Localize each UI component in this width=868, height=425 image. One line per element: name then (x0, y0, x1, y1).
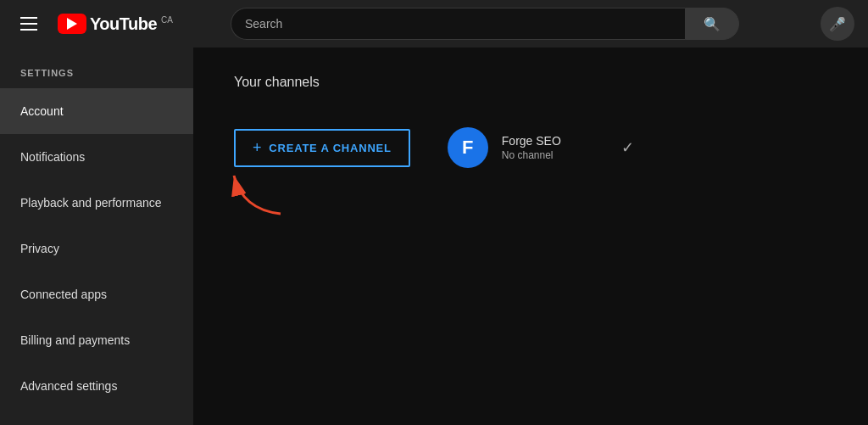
search-area: 🔍 (231, 8, 739, 40)
sidebar-item-connected-apps[interactable]: Connected apps (0, 271, 193, 317)
create-channel-label: CREATE A CHANNEL (269, 142, 391, 154)
channel-avatar: F (448, 127, 488, 168)
channel-info: Forge SEO No channel (502, 134, 587, 161)
country-code: CA (161, 15, 173, 25)
header-right: 🎤 (821, 7, 854, 41)
youtube-wordmark: YouTube (90, 15, 157, 32)
sidebar-item-privacy[interactable]: Privacy (0, 226, 193, 271)
logo[interactable]: YouTube CA (58, 14, 173, 34)
create-channel-wrapper: + CREATE A CHANNEL (234, 129, 410, 167)
sidebar-nav: AccountNotificationsPlayback and perform… (0, 88, 193, 409)
channels-row: + CREATE A CHANNEL F Forge SEO (234, 117, 827, 178)
sidebar-item-notifications[interactable]: Notifications (0, 134, 193, 180)
sidebar-item-advanced[interactable]: Advanced settings (0, 363, 193, 409)
channel-card[interactable]: F Forge SEO No channel ✓ (431, 117, 651, 178)
arrow-annotation (225, 159, 293, 218)
channel-name: Forge SEO (502, 134, 587, 148)
youtube-icon (58, 14, 86, 34)
menu-button[interactable] (14, 10, 44, 37)
sidebar-item-account[interactable]: Account (0, 88, 193, 134)
settings-label: SETTINGS (0, 61, 193, 88)
sidebar-item-billing[interactable]: Billing and payments (0, 317, 193, 363)
page-title: Your channels (234, 75, 827, 90)
check-icon: ✓ (621, 138, 634, 157)
sidebar: SETTINGS AccountNotificationsPlayback an… (0, 48, 193, 425)
channel-subtitle: No channel (502, 149, 587, 161)
search-icon: 🔍 (704, 16, 721, 32)
header-left: YouTube CA (14, 10, 183, 37)
main-layout: SETTINGS AccountNotificationsPlayback an… (0, 48, 868, 425)
mic-icon: 🎤 (829, 16, 846, 32)
search-input[interactable] (231, 8, 685, 40)
microphone-button[interactable]: 🎤 (821, 7, 854, 41)
plus-icon: + (253, 139, 262, 157)
sidebar-item-playback[interactable]: Playback and performance (0, 180, 193, 226)
main-content: Your channels + CREATE A CHANNEL (193, 48, 868, 425)
search-button[interactable]: 🔍 (685, 8, 739, 40)
app-header: YouTube CA 🔍 🎤 (0, 0, 868, 48)
